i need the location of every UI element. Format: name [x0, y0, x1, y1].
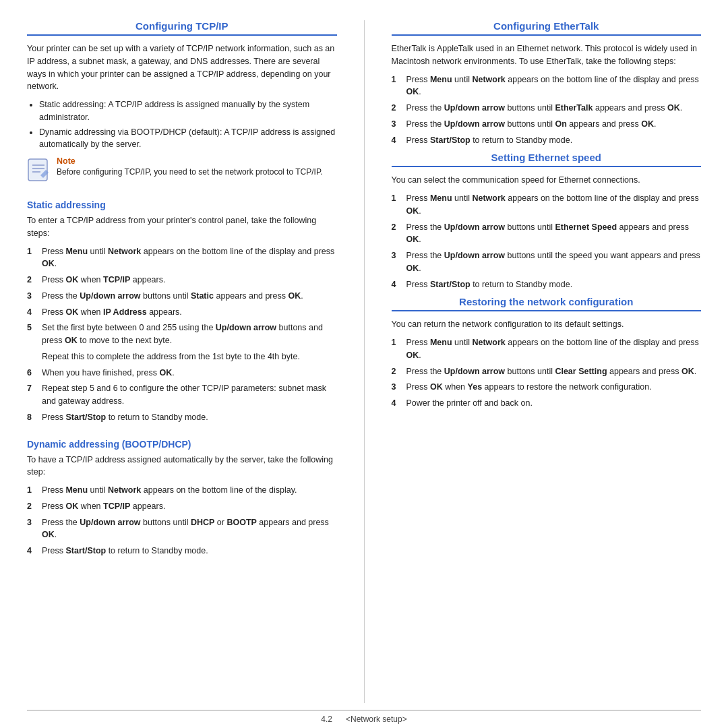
- note-content: Note Before configuring TCP/IP, you need…: [57, 156, 323, 178]
- step-item: 4Press Start/Stop to return to Standby m…: [27, 545, 337, 557]
- step-item: 6When you have finished, press OK.: [27, 367, 337, 380]
- ethertalk-intro: EtherTalk is AppleTalk used in an Ethern…: [392, 42, 702, 68]
- step-item: 5Set the first byte between 0 and 255 us…: [27, 322, 337, 347]
- bullet-item: Static addressing: A TCP/IP address is a…: [39, 98, 337, 124]
- tcpip-title: Configuring TCP/IP: [27, 20, 337, 36]
- step-item: 2Press the Up/down arrow buttons until E…: [392, 221, 702, 247]
- restore-network-intro: You can return the network configuration…: [392, 318, 702, 331]
- section-ethertalk: Configuring EtherTalk EtherTalk is Apple…: [392, 20, 702, 152]
- step-item: 2Press OK when TCP/IP appears.: [27, 274, 337, 286]
- step-item: 4Press Start/Stop to return to Standby m…: [392, 134, 702, 147]
- restore-network-steps: 1Press Menu until Network appears on the…: [392, 336, 702, 410]
- ethernet-speed-intro: You can select the communication speed f…: [392, 174, 702, 187]
- dynamic-title: Dynamic addressing (BOOTP/DHCP): [27, 439, 337, 450]
- step-item: 3Press the Up/down arrow buttons until D…: [27, 516, 337, 542]
- restore-network-title: Restoring the network configuration: [392, 296, 702, 311]
- footer: 4.2 <Network setup>: [27, 710, 701, 728]
- static-title: Static addressing: [27, 200, 337, 210]
- step-item: 1Press Menu until Network appears on the…: [27, 484, 337, 497]
- ethernet-speed-title: Setting Ethernet speed: [392, 152, 702, 167]
- bullet-item: Dynamic addressing via BOOTP/DHCP (defau…: [39, 126, 337, 152]
- step-item: 3Press the Up/down arrow buttons until t…: [392, 249, 702, 275]
- section-restore-network: Restoring the network configuration You …: [392, 296, 702, 415]
- note-title: Note: [57, 156, 323, 166]
- step-item: 3Press the Up/down arrow buttons until O…: [392, 118, 702, 131]
- step-item: 3Press OK when Yes appears to restore th…: [392, 381, 702, 394]
- step-item: 4Power the printer off and back on.: [392, 397, 702, 410]
- step-item: 4Press OK when IP Address appears.: [27, 306, 337, 319]
- page: Configuring TCP/IP Your printer can be s…: [0, 0, 728, 728]
- step-item: 2Press the Up/down arrow buttons until C…: [392, 365, 702, 378]
- static-intro: To enter a TCP/IP address from your prin…: [27, 214, 337, 240]
- step-item: 4Press Start/Stop to return to Standby m…: [392, 278, 702, 291]
- note-icon: [27, 158, 51, 182]
- step-item: 8Press Start/Stop to return to Standby m…: [27, 411, 337, 424]
- step-item: 1Press Menu until Network appears on the…: [392, 192, 702, 218]
- section-label: <Network setup>: [346, 715, 407, 724]
- section-static: Static addressing To enter a TCP/IP addr…: [27, 190, 337, 429]
- step-item: 7Repeat step 5 and 6 to configure the ot…: [27, 382, 337, 408]
- section-tcpip: Configuring TCP/IP Your printer can be s…: [27, 20, 337, 190]
- ethertalk-title: Configuring EtherTalk: [392, 20, 702, 36]
- step-item: 1Press Menu until Network appears on the…: [27, 245, 337, 271]
- svg-rect-0: [28, 159, 47, 181]
- step-item: 2Press OK when TCP/IP appears.: [27, 500, 337, 513]
- note-text: Before configuring TCP/IP, you need to s…: [57, 166, 323, 178]
- column-divider: [364, 20, 365, 703]
- step-item: 1Press Menu until Network appears on the…: [392, 336, 702, 362]
- ethernet-speed-steps: 1Press Menu until Network appears on the…: [392, 192, 702, 291]
- step-item: 1Press Menu until Network appears on the…: [392, 73, 702, 99]
- dynamic-steps: 1Press Menu until Network appears on the…: [27, 484, 337, 557]
- right-column: Configuring EtherTalk EtherTalk is Apple…: [392, 20, 702, 703]
- left-column: Configuring TCP/IP Your printer can be s…: [27, 20, 337, 703]
- page-number: 4.2: [321, 715, 332, 724]
- tcpip-intro: Your printer can be set up with a variet…: [27, 42, 337, 93]
- section-dynamic: Dynamic addressing (BOOTP/DHCP) To have …: [27, 429, 337, 563]
- step-item: 3Press the Up/down arrow buttons until S…: [27, 290, 337, 303]
- dynamic-intro: To have a TCP/IP address assigned automa…: [27, 454, 337, 479]
- content-area: Configuring TCP/IP Your printer can be s…: [27, 20, 701, 703]
- step-item: 2Press the Up/down arrow buttons until E…: [392, 102, 702, 115]
- step-indent: Repeat this to complete the address from…: [27, 351, 337, 363]
- ethertalk-steps: 1Press Menu until Network appears on the…: [392, 73, 702, 147]
- tcpip-bullets: Static addressing: A TCP/IP address is a…: [39, 98, 337, 151]
- section-ethernet-speed: Setting Ethernet speed You can select th…: [392, 152, 702, 296]
- note-box: Note Before configuring TCP/IP, you need…: [27, 156, 337, 182]
- static-steps: 1Press Menu until Network appears on the…: [27, 245, 337, 424]
